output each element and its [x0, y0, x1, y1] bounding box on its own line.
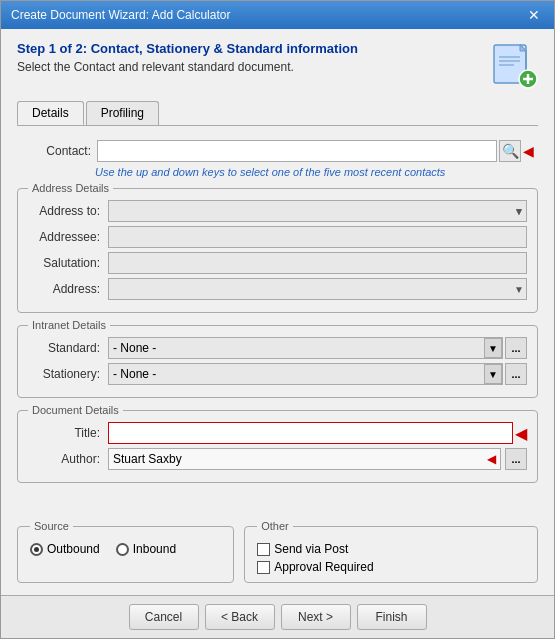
addressee-row: Addressee: — [28, 226, 527, 248]
source-legend: Source — [30, 520, 73, 532]
send-via-post-label: Send via Post — [274, 542, 348, 556]
address-field[interactable]: ▼ — [108, 278, 527, 300]
salutation-field[interactable] — [108, 252, 527, 274]
stationery-select[interactable]: - None - ▼ — [108, 363, 503, 385]
salutation-label: Salutation: — [28, 256, 108, 270]
other-checkbox-row: Send via Post Approval Required — [257, 542, 525, 574]
source-radio-row: Outbound Inbound — [30, 542, 221, 556]
standard-label: Standard: — [28, 341, 108, 355]
outbound-label: Outbound — [47, 542, 100, 556]
cancel-button[interactable]: Cancel — [129, 604, 199, 630]
approval-required-option[interactable]: Approval Required — [257, 560, 525, 574]
title-bar: Create Document Wizard: Add Calculator ✕ — [1, 1, 554, 29]
addressee-field[interactable] — [108, 226, 527, 248]
standard-browse-button[interactable]: ... — [505, 337, 527, 359]
contact-input-wrap: 🔍 ◀ — [97, 140, 534, 162]
inbound-option[interactable]: Inbound — [116, 542, 176, 556]
contact-required-marker: ◀ — [523, 143, 534, 159]
other-section: Other Send via Post Approval Required — [244, 520, 538, 583]
standard-select-text: - None - — [109, 341, 484, 355]
contact-row: Contact: 🔍 ◀ — [17, 134, 538, 168]
stationery-row: Stationery: - None - ▼ ... — [28, 363, 527, 385]
dialog-content: Step 1 of 2: Contact, Stationery & Stand… — [1, 29, 554, 595]
addressee-label: Addressee: — [28, 230, 108, 244]
address-to-row: Address to: ▼ — [28, 200, 527, 222]
author-value: Stuart Saxby — [113, 452, 182, 466]
title-input[interactable] — [108, 422, 513, 444]
step-title: Step 1 of 2: Contact, Stationery & Stand… — [17, 41, 490, 56]
contact-input[interactable] — [97, 140, 497, 162]
contact-search-button[interactable]: 🔍 — [499, 140, 521, 162]
stationery-select-text: - None - — [109, 367, 484, 381]
title-row: Title: ◀ — [28, 422, 527, 444]
dialog-title: Create Document Wizard: Add Calculator — [11, 8, 230, 22]
title-required-marker: ◀ — [515, 424, 527, 443]
inbound-radio[interactable] — [116, 543, 129, 556]
approval-required-label: Approval Required — [274, 560, 373, 574]
stationery-browse-button[interactable]: ... — [505, 363, 527, 385]
document-details-section: Document Details Title: ◀ Author: Stuart… — [17, 404, 538, 483]
address-to-label: Address to: — [28, 204, 108, 218]
author-field[interactable]: Stuart Saxby ◀ — [108, 448, 501, 470]
bottom-sections: Source Outbound Inbound Other — [17, 520, 538, 583]
button-bar: Cancel < Back Next > Finish — [1, 595, 554, 638]
dialog: Create Document Wizard: Add Calculator ✕… — [0, 0, 555, 639]
title-label: Title: — [28, 426, 108, 440]
address-row: Address: ▼ — [28, 278, 527, 300]
standard-row: Standard: - None - ▼ ... — [28, 337, 527, 359]
tabs: Details Profiling — [17, 101, 538, 126]
send-via-post-option[interactable]: Send via Post — [257, 542, 525, 556]
inbound-label: Inbound — [133, 542, 176, 556]
close-button[interactable]: ✕ — [524, 7, 544, 23]
send-via-post-checkbox[interactable] — [257, 543, 270, 556]
stationery-label: Stationery: — [28, 367, 108, 381]
address-details-legend: Address Details — [28, 182, 113, 194]
tab-profiling[interactable]: Profiling — [86, 101, 159, 125]
author-label: Author: — [28, 452, 108, 466]
step-description: Select the Contact and relevant standard… — [17, 60, 490, 74]
standard-dropdown-arrow[interactable]: ▼ — [484, 338, 502, 358]
stationery-select-buttons: ▼ — [484, 364, 502, 384]
outbound-radio[interactable] — [30, 543, 43, 556]
intranet-details-legend: Intranet Details — [28, 319, 110, 331]
tab-details[interactable]: Details — [17, 101, 84, 125]
author-wrap: Stuart Saxby ◀ ... — [108, 448, 527, 470]
source-section: Source Outbound Inbound — [17, 520, 234, 583]
address-details-section: Address Details Address to: ▼ Addressee:… — [17, 182, 538, 313]
finish-button[interactable]: Finish — [357, 604, 427, 630]
form-body: Contact: 🔍 ◀ Use the up and down keys to… — [17, 134, 538, 508]
standard-select-buttons: ▼ — [484, 338, 502, 358]
back-button[interactable]: < Back — [205, 604, 275, 630]
address-label: Address: — [28, 282, 108, 296]
contact-label: Contact: — [21, 144, 91, 158]
standard-select[interactable]: - None - ▼ — [108, 337, 503, 359]
address-to-field[interactable]: ▼ — [108, 200, 527, 222]
author-row: Author: Stuart Saxby ◀ ... — [28, 448, 527, 470]
header-section: Step 1 of 2: Contact, Stationery & Stand… — [17, 41, 538, 89]
author-browse-button[interactable]: ... — [505, 448, 527, 470]
other-legend: Other — [257, 520, 293, 532]
approval-required-checkbox[interactable] — [257, 561, 270, 574]
author-required-marker: ◀ — [487, 452, 496, 466]
intranet-details-section: Intranet Details Standard: - None - ▼ ..… — [17, 319, 538, 398]
outbound-option[interactable]: Outbound — [30, 542, 100, 556]
document-icon — [490, 41, 538, 89]
salutation-row: Salutation: — [28, 252, 527, 274]
document-details-legend: Document Details — [28, 404, 123, 416]
header-text: Step 1 of 2: Contact, Stationery & Stand… — [17, 41, 490, 78]
contact-hint: Use the up and down keys to select one o… — [17, 166, 538, 178]
next-button[interactable]: Next > — [281, 604, 351, 630]
stationery-dropdown-arrow[interactable]: ▼ — [484, 364, 502, 384]
